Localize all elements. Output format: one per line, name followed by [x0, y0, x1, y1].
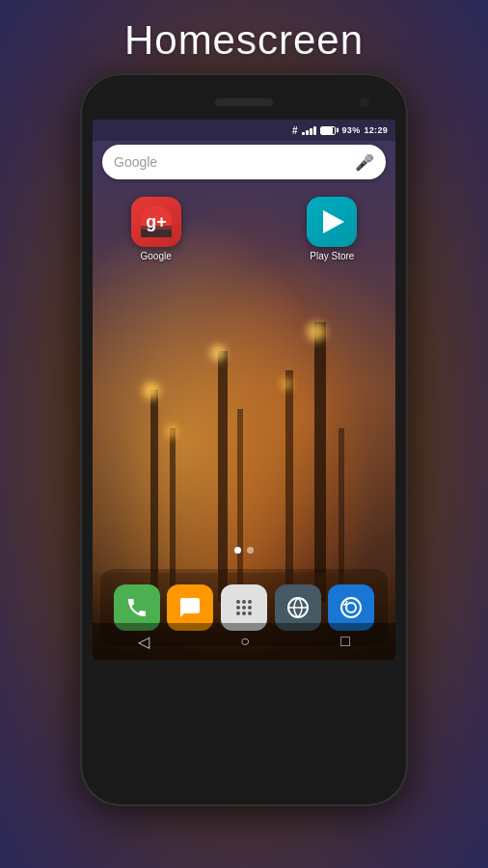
svg-point-5: [242, 600, 246, 604]
gplus-svg: g+: [141, 206, 172, 237]
svg-point-7: [236, 606, 240, 610]
browser-icon: [286, 596, 310, 619]
light-3: [210, 345, 226, 361]
notification-icon: #: [292, 125, 298, 136]
mic-icon[interactable]: 🎤: [355, 153, 374, 172]
battery-tip: [337, 128, 339, 133]
app-google-plus[interactable]: g+ Google: [131, 197, 181, 261]
play-triangle: [323, 210, 344, 233]
search-bar[interactable]: Google 🎤: [102, 145, 386, 179]
light-2: [165, 424, 178, 438]
nav-bar: ◁ ○ □: [93, 623, 395, 660]
svg-point-9: [248, 606, 252, 610]
phone-camera: [360, 97, 369, 107]
structure-5: [285, 370, 293, 602]
svg-point-14: [341, 598, 361, 617]
app-play-store[interactable]: Play Store: [307, 197, 357, 261]
svg-point-15: [346, 603, 356, 612]
phone-top-bar: [90, 89, 398, 116]
battery-percent: 93%: [342, 125, 361, 135]
phone-speaker: [215, 98, 273, 106]
light-4: [281, 378, 292, 390]
svg-point-8: [242, 606, 246, 610]
play-store-label: Play Store: [310, 251, 354, 261]
phone-icon: [125, 596, 149, 619]
svg-point-11: [242, 611, 246, 615]
page-title: Homescreen: [124, 17, 364, 64]
svg-point-4: [236, 600, 240, 604]
home-icons-row: g+ Google Play Store: [93, 197, 395, 261]
dot-1: [247, 547, 254, 554]
svg-point-6: [248, 600, 252, 604]
google-plus-icon[interactable]: g+: [131, 197, 181, 247]
signal-bar-4: [313, 126, 316, 135]
page-dots: [93, 547, 395, 554]
battery-icon: [320, 126, 336, 135]
signal-bars: [302, 126, 316, 135]
signal-bar-1: [302, 132, 305, 135]
clock: 12:29: [364, 125, 388, 135]
phone-shell: # 93% 12:29 Google 🎤: [80, 73, 408, 806]
google-plus-label: Google: [141, 251, 172, 261]
light-1: [143, 382, 160, 399]
messages-icon: [178, 596, 202, 619]
status-bar: # 93% 12:29: [93, 120, 395, 141]
signal-bar-3: [310, 128, 312, 135]
dot-0: [234, 547, 241, 554]
apps-icon: [232, 596, 256, 619]
play-store-icon[interactable]: [307, 197, 357, 247]
spacer: [219, 197, 269, 261]
phone-screen: # 93% 12:29 Google 🎤: [93, 120, 395, 660]
signal-bar-2: [306, 130, 309, 135]
camera-icon: [339, 596, 363, 619]
battery-fill: [321, 127, 334, 134]
svg-point-12: [248, 611, 252, 615]
svg-text:g+: g+: [146, 212, 167, 231]
nav-recents-button[interactable]: □: [340, 633, 350, 650]
nav-home-button[interactable]: ○: [240, 633, 250, 650]
nav-back-button[interactable]: ◁: [138, 633, 149, 651]
search-placeholder: Google: [114, 154, 355, 170]
light-5: [307, 322, 326, 341]
svg-point-10: [236, 611, 240, 615]
structure-6: [314, 322, 326, 602]
structure-3: [218, 351, 228, 602]
